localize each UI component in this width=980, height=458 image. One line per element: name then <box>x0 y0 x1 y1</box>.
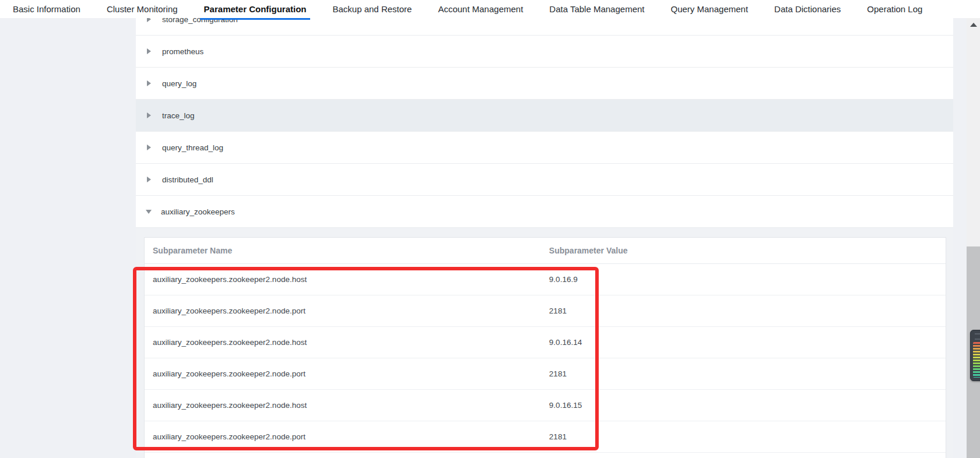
column-header-name: Subparameter Name <box>145 238 549 263</box>
scroll-up-icon <box>970 23 977 27</box>
scroll-up-button[interactable] <box>967 18 980 31</box>
tab-data-dictionaries[interactable]: Data Dictionaries <box>774 0 841 18</box>
list-item-label: distributed_ddl <box>162 175 213 184</box>
list-item-label: prometheus <box>162 47 203 56</box>
table-header-row: Subparameter Name Subparameter Value <box>145 238 946 264</box>
caret-right-icon[interactable] <box>147 48 151 54</box>
cell-subparameter-value: 2181 <box>549 295 946 326</box>
cell-subparameter-name: auxiliary_zookeepers.zookeeper2.node.hos… <box>145 264 549 295</box>
table-row[interactable]: auxiliary_zookeepers.zookeeper2.node.por… <box>145 358 946 390</box>
list-item-auxiliary-zookeepers[interactable]: auxiliary_zookeepers <box>136 196 953 228</box>
table-row[interactable]: auxiliary_zookeepers.zookeeper2.node.hos… <box>145 390 946 421</box>
cell-subparameter-value: 9.0.16.14 <box>549 327 946 358</box>
cell-subparameter-name: auxiliary_zookeepers.zookeeper2.node.por… <box>145 295 549 326</box>
cell-subparameter-name: auxiliary_zookeepers.zookeeper2.node.por… <box>145 358 549 389</box>
cell-subparameter-name: auxiliary_zookeepers.zookeeper2.node.hos… <box>145 390 549 421</box>
tab-query-management[interactable]: Query Management <box>671 0 749 18</box>
list-item-label: trace_log <box>162 111 195 120</box>
tab-backup-and-restore[interactable]: Backup and Restore <box>332 0 412 18</box>
list-item-label: query_log <box>162 79 196 88</box>
scrollbar[interactable] <box>967 18 980 458</box>
list-item-trace-log[interactable]: trace_log <box>136 100 953 132</box>
column-header-value: Subparameter Value <box>549 238 946 263</box>
cell-subparameter-name: auxiliary_zookeepers.zookeeper2.node.hos… <box>145 327 549 358</box>
cell-subparameter-value: 9.0.16.15 <box>549 390 946 421</box>
tab-account-management[interactable]: Account Management <box>438 0 523 18</box>
caret-right-icon[interactable] <box>147 145 151 150</box>
table-row[interactable]: auxiliary_zookeepers.zookeeper2.node.por… <box>145 421 946 453</box>
list-item-query-log[interactable]: query_log <box>136 68 953 100</box>
list-item-distributed-ddl[interactable]: distributed_ddl <box>136 164 953 196</box>
caret-right-icon[interactable] <box>147 112 151 118</box>
list-item-prometheus[interactable]: prometheus <box>136 36 953 68</box>
tab-data-table-management[interactable]: Data Table Management <box>549 0 644 18</box>
subparameter-table: Subparameter Name Subparameter Value aux… <box>144 237 946 458</box>
tab-operation-log[interactable]: Operation Log <box>867 0 922 18</box>
parameter-list: storage_configuration prometheus query_l… <box>136 3 953 458</box>
list-item-label: query_thread_log <box>162 143 223 152</box>
caret-down-icon[interactable] <box>146 210 152 214</box>
cell-subparameter-name: auxiliary_zookeepers.zookeeper2.node.por… <box>145 421 549 452</box>
tab-parameter-configuration[interactable]: Parameter Configuration <box>204 0 307 18</box>
cell-subparameter-value: 2181 <box>549 358 946 389</box>
tab-bar: Basic Information Cluster Monitoring Par… <box>0 0 980 18</box>
table-row-partial <box>145 453 946 458</box>
caret-right-icon[interactable] <box>147 177 151 182</box>
cell-subparameter-value: 9.0.16.9 <box>549 264 946 295</box>
tab-cluster-monitoring[interactable]: Cluster Monitoring <box>107 0 178 18</box>
table-row[interactable]: auxiliary_zookeepers.zookeeper2.node.hos… <box>145 264 946 295</box>
widget-grip-icon <box>975 333 980 340</box>
widget-color-stripes-icon <box>973 342 980 378</box>
table-row[interactable]: auxiliary_zookeepers.zookeeper2.node.hos… <box>145 327 946 358</box>
tab-basic-information[interactable]: Basic Information <box>13 0 80 18</box>
list-item-label: auxiliary_zookeepers <box>161 207 235 216</box>
cell-subparameter-value: 2181 <box>549 421 946 452</box>
expanded-section: Subparameter Name Subparameter Value aux… <box>136 228 953 458</box>
list-item-query-thread-log[interactable]: query_thread_log <box>136 132 953 164</box>
color-meter-widget[interactable] <box>970 330 980 381</box>
table-row[interactable]: auxiliary_zookeepers.zookeeper2.node.por… <box>145 295 946 327</box>
caret-right-icon[interactable] <box>147 80 151 86</box>
